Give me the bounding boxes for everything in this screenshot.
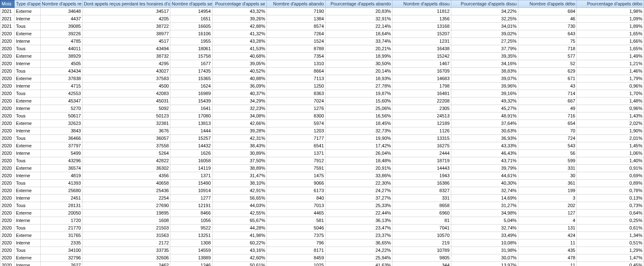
cell-nrec[interactable]: 39085 <box>41 23 82 30</box>
cell-ndis[interactable]: 14683 <box>392 75 451 83</box>
cell-pabd[interactable]: 19,87% <box>325 90 392 98</box>
cell-ndis[interactable]: 2444 <box>392 150 451 157</box>
cell-ndis[interactable]: 18719 <box>392 157 451 165</box>
cell-nabd[interactable]: 8171 <box>266 247 325 254</box>
cell-mois[interactable]: 2020 <box>0 90 15 98</box>
cell-pdeb[interactable]: 1,49% <box>577 53 644 60</box>
cell-nabd[interactable]: 7912 <box>266 157 325 165</box>
cell-mois[interactable]: 2020 <box>0 38 15 45</box>
cell-mois[interactable]: 2020 <box>0 210 15 217</box>
cell-pserv[interactable]: 42,55% <box>212 210 266 217</box>
cell-pdeb[interactable]: 1,40% <box>577 157 644 165</box>
cell-pdis[interactable]: 43,71% <box>451 157 518 165</box>
cell-type[interactable]: Interne <box>15 105 41 112</box>
cell-pabd[interactable]: 18,48% <box>325 157 392 165</box>
cell-type[interactable]: Externe <box>15 210 41 217</box>
cell-pabd[interactable]: 22,30% <box>325 180 392 187</box>
cell-ndeb[interactable]: 714 <box>518 90 577 98</box>
cell-nrecho[interactable]: 50123 <box>82 112 170 120</box>
cell-mois[interactable]: 2020 <box>0 225 15 232</box>
cell-ndis[interactable]: 9805 <box>392 254 451 262</box>
cell-pdeb[interactable]: 1,47% <box>577 254 644 262</box>
cell-nrec[interactable]: 1720 <box>41 217 82 225</box>
cell-pabd[interactable]: 18,45% <box>325 120 392 127</box>
cell-nrec[interactable]: 43296 <box>41 157 82 165</box>
cell-ndis[interactable]: 8327 <box>392 187 451 195</box>
cell-nabd[interactable]: 7177 <box>266 135 325 142</box>
cell-nabd[interactable]: 8788 <box>266 45 325 53</box>
cell-pdis[interactable]: 48,91% <box>451 112 518 120</box>
cell-nrec[interactable]: 4785 <box>41 38 82 45</box>
cell-mois[interactable]: 2021 <box>0 15 15 23</box>
cell-pserv[interactable]: 42,88% <box>212 23 266 30</box>
cell-nabd[interactable]: 1524 <box>266 38 325 45</box>
cell-pserv[interactable]: 31,47% <box>212 172 266 180</box>
cell-pabd[interactable]: 25,06% <box>325 105 392 112</box>
cell-mois[interactable]: 2020 <box>0 60 15 68</box>
cell-nrecho[interactable]: 38732 <box>82 53 170 60</box>
cell-mois[interactable]: 2020 <box>0 262 15 266</box>
cell-pdis[interactable]: 13,97% <box>451 262 518 266</box>
cell-pdeb[interactable]: 1,21% <box>577 60 644 68</box>
cell-ndis[interactable]: 13315 <box>392 135 451 142</box>
cell-ndis[interactable]: 331 <box>392 195 451 202</box>
cell-ndis[interactable]: 22208 <box>392 98 451 105</box>
cell-mois[interactable]: 2020 <box>0 254 15 262</box>
cell-nserv[interactable]: 15365 <box>170 75 212 83</box>
cell-nrecho[interactable]: 33735 <box>82 247 170 254</box>
cell-pdeb[interactable]: 1,89% <box>577 23 644 30</box>
col-header-nabd[interactable]: Nombre d'appels abando <box>266 0 325 8</box>
cell-pdis[interactable]: 34,22% <box>451 8 518 15</box>
cell-type[interactable]: Externe <box>15 187 41 195</box>
cell-nabd[interactable]: 7375 <box>266 232 325 239</box>
cell-type[interactable]: Externe <box>15 30 41 38</box>
cell-ndis[interactable]: 219 <box>392 239 451 247</box>
cell-ndis[interactable]: 1126 <box>392 127 451 135</box>
cell-nserv[interactable]: 1056 <box>170 217 212 225</box>
cell-pabd[interactable]: 15,60% <box>325 98 392 105</box>
cell-nrecho[interactable]: 3676 <box>82 127 170 135</box>
cell-nrecho[interactable]: 25436 <box>82 187 170 195</box>
cell-pdeb[interactable]: 2,01% <box>577 135 644 142</box>
cell-ndeb[interactable]: 667 <box>518 98 577 105</box>
cell-pserv[interactable]: 38,10% <box>212 180 266 187</box>
cell-nserv[interactable]: 15490 <box>170 180 212 187</box>
cell-nserv[interactable]: 1371 <box>170 172 212 180</box>
cell-pserv[interactable]: 40,37% <box>212 90 266 98</box>
cell-nrecho[interactable]: 42083 <box>82 90 170 98</box>
cell-nrec[interactable]: 32796 <box>41 254 82 262</box>
cell-pserv[interactable]: 40,88% <box>212 75 266 83</box>
cell-nabd[interactable]: 6541 <box>266 142 325 150</box>
cell-pabd[interactable]: 22,14% <box>325 23 392 30</box>
cell-pdis[interactable]: 10,08% <box>451 239 518 247</box>
cell-pdeb[interactable]: 0,25% <box>577 217 644 225</box>
cell-pdeb[interactable]: 1,43% <box>577 112 644 120</box>
cell-nrec[interactable]: 5270 <box>41 105 82 112</box>
cell-pserv[interactable]: 40,68% <box>212 53 266 60</box>
cell-nrecho[interactable]: 31563 <box>82 232 170 239</box>
cell-mois[interactable]: 2020 <box>0 150 15 157</box>
cell-mois[interactable]: 2020 <box>0 157 15 165</box>
cell-nrecho[interactable]: 2462 <box>82 262 170 266</box>
cell-nrecho[interactable]: 36057 <box>82 135 170 142</box>
cell-pdis[interactable]: 43,33% <box>451 142 518 150</box>
cell-pserv[interactable]: 34,29% <box>212 98 266 105</box>
cell-ndeb[interactable]: 11 <box>518 262 577 266</box>
cell-nserv[interactable]: 14432 <box>170 142 212 150</box>
col-header-pserv[interactable]: Pourcentage d'appels se <box>212 0 266 8</box>
cell-type[interactable]: Externe <box>15 142 41 150</box>
cell-pabd[interactable]: 25,33% <box>325 202 392 210</box>
cell-ndis[interactable]: 11812 <box>392 8 451 15</box>
cell-nrecho[interactable]: 4517 <box>82 38 170 45</box>
cell-pserv[interactable]: 43,28% <box>212 38 266 45</box>
cell-mois[interactable]: 2020 <box>0 135 15 142</box>
cell-ndeb[interactable]: 75 <box>518 38 577 45</box>
cell-ndeb[interactable]: 127 <box>518 210 577 217</box>
cell-mois[interactable]: 2020 <box>0 232 15 239</box>
cell-ndis[interactable]: 10570 <box>392 232 451 239</box>
cell-pserv[interactable]: 42,31% <box>212 135 266 142</box>
cell-ndeb[interactable]: 424 <box>518 232 577 239</box>
cell-nrecho[interactable]: 2172 <box>82 239 170 247</box>
cell-pabd[interactable]: 19,90% <box>325 135 392 142</box>
cell-pserv[interactable]: 65,67% <box>212 217 266 225</box>
